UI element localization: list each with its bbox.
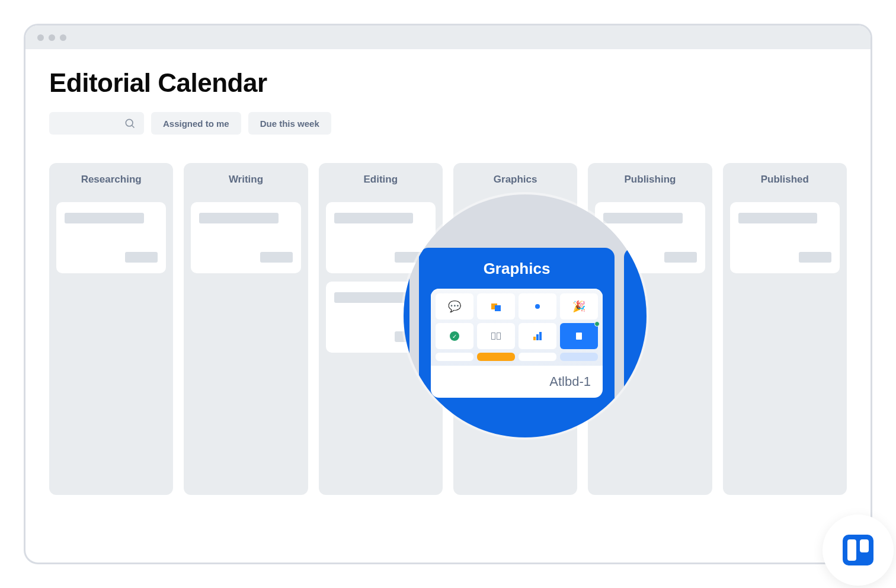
skeleton-text [334, 213, 414, 223]
svg-line-1 [132, 126, 135, 128]
preview-tile-icon [519, 293, 556, 319]
skeleton-text [603, 213, 683, 223]
skeleton-text [260, 252, 293, 263]
trello-icon [843, 535, 873, 565]
preview-tile-icon [519, 353, 556, 361]
svg-point-0 [126, 119, 133, 126]
page-title: Editorial Calendar [49, 68, 847, 98]
magnified-column-title: Graphics [431, 260, 603, 278]
toolbar: Assigned to me Due this week [49, 112, 847, 135]
preview-tile-icon [477, 293, 515, 319]
magnified-card[interactable]: 💬 🎉 ✓ [431, 289, 603, 398]
column-header: Writing [191, 174, 300, 186]
skeleton-text [199, 213, 279, 223]
column-header: Graphics [460, 174, 570, 186]
app-window-frame: Editorial Calendar Assigned to me Due th… [24, 24, 872, 564]
card-id-label: Atlbd-1 [431, 366, 603, 398]
preview-tile-icon [477, 323, 515, 349]
column-published[interactable]: Published [723, 163, 847, 495]
card-placeholder[interactable] [730, 202, 840, 273]
preview-tile-icon [477, 353, 515, 361]
magnified-column-graphics: Graphics 💬 🎉 [419, 248, 615, 437]
filter-assigned-to-me[interactable]: Assigned to me [151, 112, 241, 135]
card-placeholder[interactable] [56, 202, 166, 273]
window-title-bar [25, 25, 871, 49]
traffic-light-minimize[interactable] [49, 34, 55, 41]
card-placeholder[interactable] [191, 202, 300, 273]
skeleton-text [334, 292, 414, 303]
skeleton-text [664, 252, 697, 263]
column-header: Published [730, 174, 840, 186]
skeleton-text [799, 252, 831, 263]
card-cover-preview: 💬 🎉 ✓ [431, 289, 603, 366]
search-input[interactable] [49, 112, 144, 135]
preview-tile-icon [560, 323, 598, 349]
column-header: Editing [326, 174, 436, 186]
filter-due-this-week[interactable]: Due this week [248, 112, 331, 135]
preview-tile-icon [436, 353, 473, 361]
preview-tile-icon: ✓ [436, 323, 473, 349]
skeleton-text [125, 252, 158, 263]
column-writing[interactable]: Writing [184, 163, 308, 495]
search-icon [124, 117, 136, 129]
traffic-light-zoom[interactable] [60, 34, 66, 41]
skeleton-text [65, 213, 144, 223]
column-header: Publishing [595, 174, 705, 186]
preview-tile-icon [560, 353, 598, 361]
app-badge [823, 514, 894, 586]
preview-tile-icon [519, 323, 556, 349]
traffic-light-close[interactable] [37, 34, 44, 41]
preview-tile-icon: 💬 [436, 293, 473, 319]
column-researching[interactable]: Researching [49, 163, 173, 495]
column-header: Researching [56, 174, 166, 186]
preview-tile-icon: 🎉 [560, 293, 598, 319]
magnified-view: Graphics 💬 🎉 [404, 194, 647, 437]
skeleton-text [738, 213, 818, 223]
